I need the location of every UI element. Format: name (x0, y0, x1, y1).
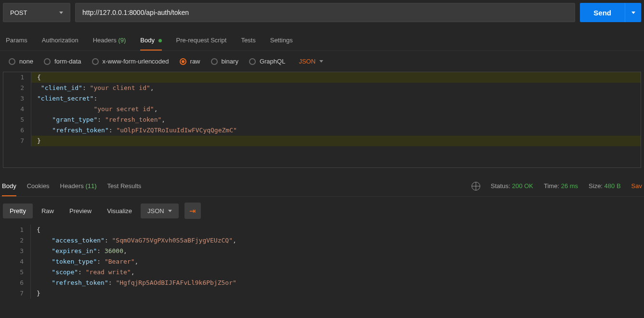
body-type-raw[interactable]: raw (180, 58, 200, 65)
radio-icon (249, 58, 256, 65)
radio-icon (180, 58, 186, 65)
method-select[interactable]: POST (3, 3, 70, 22)
tab-settings[interactable]: Settings (270, 30, 293, 50)
radio-icon (92, 58, 99, 65)
wrap-icon: ⇥ (189, 206, 196, 216)
tab-headers[interactable]: Headers (9) (93, 30, 126, 50)
resp-tab-body[interactable]: Body (2, 176, 16, 196)
resp-tab-headers[interactable]: Headers (11) (60, 176, 97, 196)
body-type-formdata[interactable]: form-data (44, 58, 81, 65)
body-type-none[interactable]: none (9, 58, 33, 65)
tab-body-label: Body (140, 37, 155, 44)
chevron-down-icon (168, 210, 172, 212)
body-type-urlencoded[interactable]: x-www-form-urlencoded (92, 58, 169, 65)
wrap-lines-button[interactable]: ⇥ (184, 203, 201, 219)
radio-icon (211, 58, 218, 65)
view-raw[interactable]: Raw (35, 204, 61, 218)
response-body-viewer[interactable]: 1{ 2 "access_token": "SqmOVaG75VgPXvh0S5… (3, 225, 641, 299)
view-visualize[interactable]: Visualize (100, 204, 139, 218)
radio-icon (44, 58, 51, 65)
status-meta: Status: 200 OK (491, 182, 533, 190)
method-select-value: POST (10, 9, 27, 16)
response-format-select[interactable]: JSON (141, 204, 179, 218)
tab-body[interactable]: Body (140, 30, 161, 50)
tab-authorization[interactable]: Authorization (42, 30, 79, 50)
tab-headers-count: (9) (118, 37, 126, 44)
tab-params[interactable]: Params (6, 30, 27, 50)
radio-icon (9, 58, 15, 65)
view-preview[interactable]: Preview (63, 204, 98, 218)
resp-tab-cookies[interactable]: Cookies (27, 176, 50, 196)
send-button[interactable]: Send (580, 3, 625, 22)
time-meta: Time: 26 ms (544, 182, 578, 190)
save-response-link[interactable]: Sav (631, 182, 642, 190)
modified-dot-icon (158, 39, 162, 42)
raw-type-select[interactable]: JSON (299, 58, 323, 65)
url-input[interactable] (75, 3, 575, 22)
send-options-button[interactable] (625, 3, 641, 22)
tab-prerequest[interactable]: Pre-request Script (176, 30, 227, 50)
chevron-down-icon (319, 60, 323, 63)
chevron-down-icon (59, 12, 63, 14)
tab-headers-label: Headers (93, 37, 117, 44)
tab-tests[interactable]: Tests (241, 30, 255, 50)
view-pretty[interactable]: Pretty (3, 204, 33, 218)
chevron-down-icon (631, 12, 635, 14)
body-type-binary[interactable]: binary (211, 58, 238, 65)
size-meta: Size: 480 B (589, 182, 621, 190)
body-type-graphql[interactable]: GraphQL (249, 58, 285, 65)
globe-icon[interactable] (472, 182, 480, 191)
resp-tab-test-results[interactable]: Test Results (107, 176, 142, 196)
request-body-editor[interactable]: 1{ 2 "client_id": "your client id", 3"cl… (3, 72, 641, 168)
